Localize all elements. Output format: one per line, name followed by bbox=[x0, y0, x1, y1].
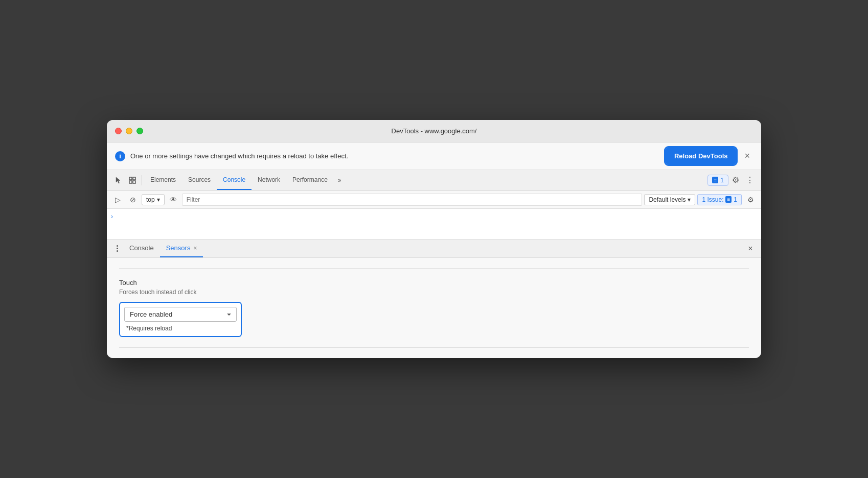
traffic-lights bbox=[115, 128, 143, 134]
bottom-tab-console-label: Console bbox=[129, 244, 154, 252]
issues-badge-icon: ≡ bbox=[712, 177, 718, 183]
context-value: top bbox=[146, 196, 155, 203]
tab-network[interactable]: Network bbox=[252, 170, 286, 190]
svg-rect-1 bbox=[133, 177, 135, 180]
filter-input[interactable] bbox=[182, 194, 643, 206]
bottom-tab-sensors[interactable]: Sensors × bbox=[160, 240, 203, 257]
more-options-icon[interactable]: ⋮ bbox=[743, 173, 757, 187]
console-output: › bbox=[107, 209, 761, 240]
touch-section-desc: Forces touch instead of click bbox=[119, 289, 749, 296]
svg-rect-0 bbox=[129, 177, 132, 180]
sensors-bottom-divider bbox=[119, 347, 749, 348]
default-levels-button[interactable]: Default levels ▾ bbox=[644, 194, 695, 205]
bottom-panel-menu-icon[interactable] bbox=[111, 243, 123, 255]
info-icon: i bbox=[115, 151, 125, 161]
block-icon[interactable]: ⊘ bbox=[126, 193, 140, 206]
close-bottom-panel-button[interactable]: × bbox=[744, 242, 757, 255]
tab-divider bbox=[142, 175, 142, 185]
close-button[interactable] bbox=[115, 128, 122, 134]
issues-counter[interactable]: 1 Issue: ≡ 1 bbox=[697, 194, 742, 205]
more-tabs-button[interactable]: » bbox=[334, 175, 346, 186]
minimize-button[interactable] bbox=[126, 128, 132, 134]
notification-text: One or more settings have changed which … bbox=[130, 152, 660, 160]
reload-devtools-button[interactable]: Reload DevTools bbox=[666, 148, 737, 164]
touch-select-wrapper: None Force enabled Force disabled *Requi… bbox=[119, 302, 242, 337]
cursor-icon[interactable] bbox=[111, 173, 125, 187]
touch-section-title: Touch bbox=[119, 279, 749, 286]
title-bar: DevTools - www.google.com/ bbox=[107, 120, 761, 142]
eye-icon[interactable]: 👁 bbox=[167, 193, 180, 206]
issues-icon: ≡ bbox=[725, 196, 732, 203]
issues-label: 1 Issue: bbox=[702, 196, 723, 203]
issues-badge-count: 1 bbox=[720, 177, 724, 184]
maximize-button[interactable] bbox=[136, 128, 143, 134]
settings-icon[interactable]: ⚙ bbox=[728, 173, 743, 187]
console-toolbar: ▷ ⊘ top ▾ 👁 Default levels ▾ 1 Issue: ≡ … bbox=[107, 190, 761, 209]
devtools-tab-bar: Elements Sources Console Network Perform… bbox=[107, 170, 761, 190]
bottom-tab-sensors-label: Sensors bbox=[166, 244, 191, 252]
console-cursor: › bbox=[107, 212, 761, 221]
requires-reload-text: *Requires reload bbox=[124, 325, 237, 332]
close-sensors-tab-button[interactable]: × bbox=[193, 245, 197, 252]
window-title: DevTools - www.google.com/ bbox=[392, 127, 477, 135]
tab-sources[interactable]: Sources bbox=[182, 170, 217, 190]
bottom-panel: Console Sensors × × Touch Forces touch i… bbox=[107, 240, 761, 358]
notification-bar: i One or more settings have changed whic… bbox=[107, 142, 761, 170]
levels-label: Default levels bbox=[649, 196, 686, 203]
tab-performance[interactable]: Performance bbox=[286, 170, 334, 190]
inspect-icon[interactable] bbox=[125, 173, 140, 187]
bottom-tab-bar: Console Sensors × × bbox=[107, 240, 761, 258]
issues-tab-badge[interactable]: ≡ 1 bbox=[707, 175, 728, 186]
close-notification-button[interactable]: × bbox=[741, 150, 753, 162]
svg-rect-3 bbox=[133, 181, 135, 183]
context-dropdown-icon: ▾ bbox=[157, 196, 160, 203]
console-settings-icon[interactable]: ⚙ bbox=[744, 193, 757, 206]
svg-rect-2 bbox=[129, 181, 132, 183]
run-script-button[interactable]: ▷ bbox=[111, 193, 124, 206]
levels-dropdown-icon: ▾ bbox=[688, 196, 691, 203]
sensors-panel: Touch Forces touch instead of click None… bbox=[107, 258, 761, 358]
tab-console[interactable]: Console bbox=[217, 170, 252, 190]
tab-elements[interactable]: Elements bbox=[144, 170, 182, 190]
sensors-top-divider bbox=[119, 268, 749, 269]
issues-count-value: 1 bbox=[734, 196, 737, 203]
bottom-tab-console[interactable]: Console bbox=[123, 240, 160, 257]
devtools-window: DevTools - www.google.com/ i One or more… bbox=[107, 120, 761, 358]
touch-mode-select[interactable]: None Force enabled Force disabled bbox=[124, 307, 237, 322]
context-selector[interactable]: top ▾ bbox=[142, 194, 165, 205]
